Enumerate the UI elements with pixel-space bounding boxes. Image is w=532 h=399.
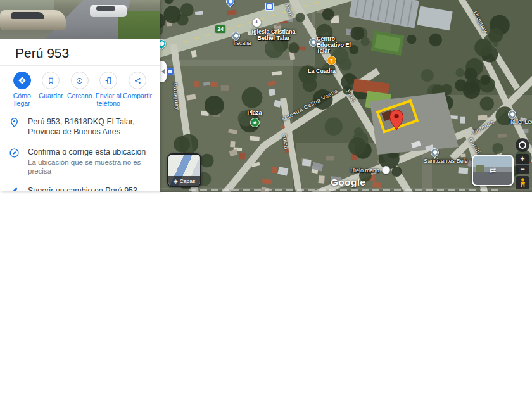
maps-app-window: Perú 953 Cómo llegar Guardar Cercano [0, 0, 532, 399]
poi-label-hielo[interactable]: Hielo mano [348, 168, 379, 174]
suggest-edit-row[interactable]: Sugerir un cambio en Perú 953 [0, 180, 160, 191]
place-title: Perú 953 [0, 39, 160, 65]
info-list: Perú 953, B1618DKQ El Talar, Provincia d… [0, 110, 160, 191]
send-to-phone-icon [99, 72, 117, 89]
compass-control[interactable] [516, 138, 529, 152]
map-canvas[interactable]: Perú Perú Uruguay Paraguay Suiza Maestra… [160, 0, 532, 192]
google-logo[interactable]: Google [331, 177, 365, 188]
poi-label-iglesia[interactable]: Iglesia Cristiana Bethel Talar [248, 29, 299, 41]
layers-bar: Capas [168, 176, 200, 186]
nearby-label: Cercano [67, 92, 92, 100]
save-button[interactable]: Guardar [37, 72, 66, 107]
place-pin-icon [0, 117, 28, 128]
layers-button[interactable]: Capas [167, 153, 201, 187]
share-label: Compartir [123, 92, 152, 100]
send-to-phone-label: Enviar al teléfono [94, 92, 124, 107]
pencil-icon [0, 186, 28, 191]
bookmark-icon [42, 72, 60, 89]
collapse-panel-button[interactable] [160, 61, 167, 82]
confirm-location-text: Confirma o corrige esta ubicación La ubi… [28, 147, 160, 175]
poi-label-plaza[interactable]: Plaza [243, 110, 266, 117]
save-label: Guardar [39, 92, 63, 100]
church-pin-icon[interactable] [252, 18, 262, 27]
photo-car-left [0, 10, 66, 30]
confirm-location-row[interactable]: Confirma o corrige esta ubicación La ubi… [0, 142, 160, 180]
share-icon [129, 72, 146, 89]
transit-stop-icon[interactable] [167, 68, 174, 75]
park-pin-icon[interactable]: ♣ [250, 118, 260, 127]
street-view-thumbnail[interactable] [472, 155, 514, 186]
directions-button[interactable]: Cómo llegar [8, 72, 37, 107]
address-row[interactable]: Perú 953, B1618DKQ El Talar, Provincia d… [0, 111, 160, 142]
map-attribution [160, 188, 532, 192]
shop-pin-icon[interactable] [382, 166, 390, 174]
directions-label: Cómo llegar [8, 92, 37, 107]
zoom-out-button[interactable]: − [516, 164, 529, 175]
place-photo[interactable] [0, 0, 160, 39]
zoom-in-button[interactable]: + [516, 154, 529, 164]
transit-stop-icon[interactable] [265, 3, 274, 11]
zoom-controls: + − [516, 154, 529, 174]
action-bar: Cómo llegar Guardar Cercano Enviar al te… [0, 66, 160, 110]
restaurant-pin-icon[interactable]: ¶ [327, 56, 336, 65]
address-text: Perú 953, B1618DKQ El Talar, Provincia d… [28, 117, 160, 137]
pegman-control[interactable] [516, 176, 529, 189]
send-to-phone-button[interactable]: Enviar al teléfono [94, 72, 124, 107]
poi-label-centro-educativo[interactable]: Centro Educativo El Talar [317, 36, 362, 54]
layers-label: Capas [180, 178, 196, 184]
confirm-location-subtext: La ubicación que se muestra no es precis… [28, 158, 148, 175]
poi-label-la-cuadra[interactable]: La Cuadra [305, 68, 338, 75]
suggest-edit-text: Sugerir un cambio en Perú 953 [28, 186, 149, 191]
place-panel: Perú 953 Cómo llegar Guardar Cercano [0, 0, 160, 191]
nearby-button[interactable]: Cercano [65, 72, 94, 107]
poi-label-sanitizantes[interactable]: Sanitizantes Bele [413, 158, 479, 165]
edit-location-icon [0, 147, 28, 158]
share-button[interactable]: Compartir [123, 72, 152, 107]
photo-car-right [90, 5, 127, 17]
route-24-shield: 24 [215, 25, 225, 33]
poi-label-fiscalia[interactable]: fiscalia [228, 41, 256, 47]
nearby-icon [71, 72, 89, 89]
directions-icon [13, 72, 31, 89]
layers-icon [174, 178, 178, 184]
pegman-icon [519, 178, 526, 187]
poi-label-taller[interactable]: Taller Leo [502, 119, 532, 125]
